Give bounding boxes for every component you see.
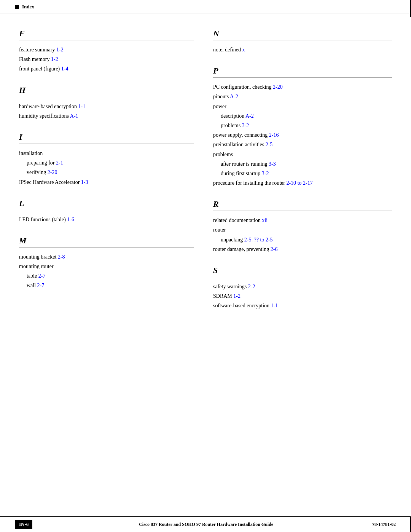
section-header-i: I: [19, 132, 194, 144]
link-feature-summary[interactable]: 1-2: [56, 47, 64, 53]
right-column: N note, defined x P PC configuration, ch…: [206, 29, 392, 322]
link-after-router[interactable]: 3-3: [269, 161, 276, 167]
footer-page-label: IN-6: [15, 520, 32, 529]
section-header-h: H: [19, 85, 194, 97]
header-square-icon: [15, 5, 19, 9]
link-power-problems[interactable]: 3-2: [242, 123, 249, 128]
section-h: H hardware-based encryption 1-1 humidity…: [19, 85, 194, 121]
entry-table-mount: table 2-7: [19, 271, 194, 281]
section-header-p: P: [213, 66, 392, 78]
entry-wall-mount: wall 2-7: [19, 281, 194, 290]
section-header-r: R: [213, 199, 392, 211]
link-mounting-bracket[interactable]: 2-8: [58, 254, 65, 260]
page-container: Index F feature summary 1-2 Flash memory…: [0, 0, 411, 532]
section-l: L LED functions (table) 1-6: [19, 198, 194, 224]
entry-safety-warnings: safety warnings 2-2: [213, 282, 392, 291]
link-verifying[interactable]: 2-20: [48, 169, 57, 175]
link-hardware-encryption[interactable]: 1-1: [78, 104, 85, 109]
entry-pc-config: PC configuration, checking 2-20: [213, 82, 392, 92]
link-led[interactable]: 1-6: [67, 217, 74, 222]
entry-installation: installation: [19, 149, 194, 158]
link-preparing[interactable]: 2-1: [56, 160, 63, 166]
two-column-layout: F feature summary 1-2 Flash memory 1-2 f…: [19, 29, 392, 322]
entry-after-router: after router is running 3-3: [213, 159, 392, 169]
section-m: M mounting bracket 2-8 mounting router t…: [19, 236, 194, 291]
link-safety-warnings[interactable]: 2-2: [248, 284, 255, 289]
entry-related-docs: related documentation xii: [213, 216, 392, 225]
section-header-f: F: [19, 29, 194, 40]
link-table-mount[interactable]: 2-7: [38, 273, 46, 279]
section-r: R related documentation xii router unpac…: [213, 199, 392, 254]
entry-power-description: description A-2: [213, 111, 392, 121]
section-p: P PC configuration, checking 2-20 pinout…: [213, 66, 392, 188]
main-content: F feature summary 1-2 Flash memory 1-2 f…: [0, 21, 411, 353]
entry-note-defined: note, defined x: [213, 45, 392, 54]
footer: IN-6 Cisco 837 Router and SOHO 97 Router…: [0, 516, 411, 532]
entry-verifying: verifying 2-20: [19, 168, 194, 177]
section-header-l: L: [19, 198, 194, 210]
header-bar: Index: [0, 0, 411, 13]
entry-front-panel: front panel (figure) 1-4: [19, 64, 194, 73]
link-front-panel[interactable]: 1-4: [61, 66, 68, 72]
section-n: N note, defined x: [213, 29, 392, 54]
link-humidity[interactable]: A-1: [70, 113, 78, 119]
section-f: F feature summary 1-2 Flash memory 1-2 f…: [19, 29, 194, 74]
entry-preinstallation: preinstallation activities 2-5: [213, 140, 392, 149]
link-preinstallation[interactable]: 2-5: [266, 142, 273, 147]
link-router-damage[interactable]: 2-6: [271, 246, 278, 252]
entry-power-problems: problems 3-2: [213, 121, 392, 130]
link-software-encryption[interactable]: 1-1: [271, 303, 278, 308]
link-pinouts[interactable]: A-2: [230, 94, 238, 99]
entry-mounting-router: mounting router: [19, 262, 194, 271]
entry-hardware-encryption: hardware-based encryption 1-1: [19, 102, 194, 111]
link-pc-config[interactable]: 2-20: [273, 84, 283, 90]
entry-mounting-bracket: mounting bracket 2-8: [19, 252, 194, 262]
entry-preparing: preparing for 2-1: [19, 158, 194, 168]
entry-problems: problems: [213, 150, 392, 159]
link-wall-mount[interactable]: 2-7: [37, 283, 45, 288]
section-header-s: S: [213, 265, 392, 277]
left-column: F feature summary 1-2 Flash memory 1-2 f…: [19, 29, 206, 322]
link-sdram[interactable]: 1-2: [233, 293, 241, 299]
section-header-m: M: [19, 236, 194, 248]
entry-feature-summary: feature summary 1-2: [19, 45, 194, 54]
section-i: I installation preparing for 2-1 verifyi…: [19, 132, 194, 187]
footer-doc-number: 78-14781-02: [372, 522, 396, 527]
entry-power: power: [213, 102, 392, 111]
section-s: S safety warnings 2-2 SDRAM 1-2 software…: [213, 265, 392, 311]
section-header-n: N: [213, 29, 392, 40]
entry-pinouts: pinouts A-2: [213, 92, 392, 101]
link-related-docs[interactable]: xii: [262, 217, 268, 223]
entry-led: LED functions (table) 1-6: [19, 215, 194, 224]
link-unpacking[interactable]: 2-5, ?? to 2-5: [244, 237, 273, 243]
entry-router-damage: router damage, preventing 2-6: [213, 244, 392, 254]
link-note-defined[interactable]: x: [242, 47, 245, 53]
link-flash-memory[interactable]: 1-2: [51, 56, 58, 62]
link-during-first-startup[interactable]: 3-2: [262, 171, 269, 176]
entry-flash-memory: Flash memory 1-2: [19, 54, 194, 64]
link-power-description[interactable]: A-2: [245, 113, 254, 119]
link-power-supply[interactable]: 2-16: [269, 132, 279, 138]
header-label: Index: [22, 4, 34, 10]
link-ipsec[interactable]: 1-3: [81, 179, 88, 185]
entry-procedure-installing: procedure for installing the router 2-10…: [213, 178, 392, 188]
entry-ipsec: IPSec Hardware Accelerator 1-3: [19, 177, 194, 187]
link-procedure-installing[interactable]: 2-10 to 2-17: [286, 180, 312, 186]
entry-software-encryption: software-based encryption 1-1: [213, 301, 392, 310]
entry-power-supply: power supply, connecting 2-16: [213, 130, 392, 140]
entry-router: router: [213, 225, 392, 235]
entry-during-first-startup: during first startup 3-2: [213, 169, 392, 178]
footer-title: Cisco 837 Router and SOHO 97 Router Hard…: [40, 522, 372, 527]
entry-sdram: SDRAM 1-2: [213, 291, 392, 301]
entry-unpacking: unpacking 2-5, ?? to 2-5: [213, 235, 392, 244]
entry-humidity: humidity specifications A-1: [19, 111, 194, 121]
